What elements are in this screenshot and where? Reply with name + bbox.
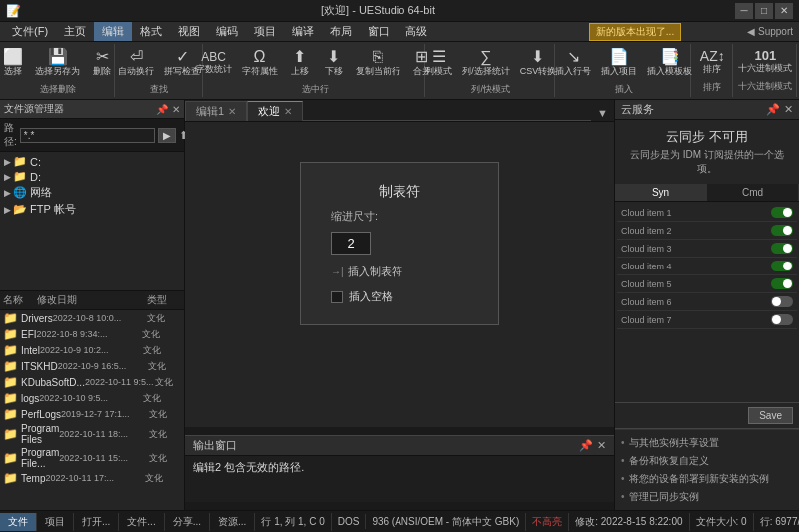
- cloud-list-item: Cloud item 1: [617, 204, 797, 222]
- output-pin-icon[interactable]: 📌: [579, 439, 593, 452]
- file-path-go-button[interactable]: ▶: [158, 128, 176, 143]
- cloud-action-item[interactable]: •将您的设备部署到新安装的实例: [621, 470, 793, 488]
- moveup-button[interactable]: ⬆ 上移: [284, 46, 316, 81]
- copyline-button[interactable]: ⎘ 复制当前行: [352, 46, 404, 81]
- cloud-tab-cmd[interactable]: Cmd: [707, 184, 799, 201]
- menu-view[interactable]: 视图: [170, 22, 208, 41]
- editor-scrollbar[interactable]: [185, 427, 614, 435]
- support-link[interactable]: ◀ Support: [741, 24, 799, 39]
- tab-welcome-close[interactable]: ✕: [284, 106, 292, 117]
- cloud-toggle-1[interactable]: [771, 225, 793, 236]
- statusbar-tab-resource[interactable]: 资源...: [210, 513, 255, 531]
- statusbar-tab-file[interactable]: 文件: [0, 513, 37, 531]
- cloud-sync-desc: 云同步是为 IDM 订阅提供的一个选项。: [615, 148, 799, 184]
- cloud-toggle-3[interactable]: [771, 261, 793, 271]
- update-notice[interactable]: 新的版本出现了...: [589, 23, 681, 41]
- charattr-button[interactable]: Ω 字符属性: [238, 46, 282, 81]
- file-name: Program Files: [21, 423, 59, 445]
- tab-editor1[interactable]: 编辑1 ✕: [185, 101, 247, 121]
- cloud-save-button[interactable]: Save: [748, 407, 793, 424]
- cloud-tab-syn[interactable]: Syn: [615, 184, 707, 201]
- file-list-item[interactable]: 📁 ITSKHD 2022-10-9 16:5... 文化: [0, 358, 184, 374]
- file-list-item[interactable]: 📁 EFI 2022-10-8 9:34:... 文化: [0, 326, 184, 342]
- file-list-item[interactable]: 📁 Drivers 2022-10-8 10:0... 文化: [0, 310, 184, 326]
- insert-space-checkbox[interactable]: [331, 291, 343, 303]
- file-list-item[interactable]: 📁 Intel 2022-10-9 10:2... 文化: [0, 342, 184, 358]
- menu-format[interactable]: 格式: [132, 22, 170, 41]
- tree-item-network[interactable]: ▶ 🌐 网络: [2, 184, 182, 201]
- cloud-close-icon[interactable]: ✕: [784, 103, 793, 116]
- tab-editor1-close[interactable]: ✕: [228, 106, 236, 117]
- statusbar-tab-open[interactable]: 打开...: [74, 513, 119, 531]
- menu-window[interactable]: 窗口: [360, 22, 398, 41]
- cloud-toggle-0[interactable]: [771, 207, 793, 218]
- cloud-panel-header: 云服务 📌 ✕: [615, 100, 799, 120]
- minimize-button[interactable]: ─: [735, 3, 753, 19]
- select-icon: ⬜: [3, 49, 23, 65]
- center-area: 编辑1 ✕ 欢迎 ✕ ▼ 制表符 缩进尺寸: →| 插入制表符: [185, 100, 614, 510]
- insertlinenum-button[interactable]: ↘ 插入行号: [551, 46, 595, 81]
- status-filesize: 文件大小: 0: [690, 513, 754, 531]
- menu-layout[interactable]: 布局: [322, 22, 360, 41]
- movedown-button[interactable]: ⬇ 下移: [318, 46, 350, 81]
- file-path-input[interactable]: [20, 128, 155, 143]
- file-list-item[interactable]: 📁 Temp 2022-10-11 17:... 文化: [0, 470, 184, 486]
- statusbar-tab-share[interactable]: 分享...: [165, 513, 210, 531]
- file-list-item[interactable]: 📁 PerfLogs 2019-12-7 17:1... 文化: [0, 406, 184, 422]
- cloud-toggle-5[interactable]: [771, 296, 793, 307]
- pin-icon[interactable]: 📌: [156, 104, 168, 115]
- status-right: 行: 6977/170 (比特/行) 色彩列表 XML 窗口 模板列表 云服务: [754, 513, 799, 531]
- file-list-item[interactable]: 📁 logs 2022-10-10 9:5... 文化: [0, 390, 184, 406]
- tree-item-c[interactable]: ▶ 📁 C:: [2, 154, 182, 169]
- menu-compile[interactable]: 编译: [284, 22, 322, 41]
- statusbar-tab-files[interactable]: 文件...: [119, 513, 164, 531]
- output-close-icon[interactable]: ✕: [597, 439, 606, 452]
- tab-dropdown-button[interactable]: ▼: [591, 105, 614, 121]
- toggle-knob: [783, 262, 792, 270]
- menu-encode[interactable]: 编码: [208, 22, 246, 41]
- abc-button[interactable]: ABC 字数统计: [192, 48, 236, 79]
- output-title: 输出窗口: [193, 438, 237, 453]
- inserttemplate-button[interactable]: 📑 插入模板板: [643, 46, 696, 81]
- file-list-item[interactable]: 📁 Program Files 2022-10-11 18:... 文化: [0, 422, 184, 446]
- file-type: 文化: [149, 408, 181, 421]
- insert-tab-button[interactable]: →| 插入制表符: [331, 263, 468, 281]
- menu-edit[interactable]: 编辑: [94, 22, 132, 41]
- menu-file[interactable]: 文件(F): [4, 22, 56, 41]
- tab-welcome[interactable]: 欢迎 ✕: [247, 101, 303, 121]
- colstat-button[interactable]: ∑ 列/选择统计: [458, 46, 514, 81]
- cloud-toggle-2[interactable]: [771, 243, 793, 254]
- close-button[interactable]: ✕: [775, 3, 793, 19]
- colmode-button[interactable]: ☰ 列模式: [421, 46, 456, 81]
- select-button[interactable]: ⬜ 选择: [0, 46, 29, 81]
- explorer-close-icon[interactable]: ✕: [172, 104, 180, 115]
- file-date: 2022-10-11 18:...: [59, 429, 148, 439]
- select-save-button[interactable]: 💾 选择另存为: [31, 46, 84, 81]
- menu-home[interactable]: 主页: [56, 22, 94, 41]
- output-scrollbar[interactable]: [185, 502, 614, 510]
- bullet-icon: •: [621, 491, 625, 502]
- cloud-pin-icon[interactable]: 📌: [766, 103, 780, 116]
- status-lines: 行: 6977/170: [754, 513, 799, 531]
- cloud-action-item[interactable]: •备份和恢复自定义: [621, 452, 793, 470]
- hexmode-button[interactable]: 101 十六进制模式: [734, 46, 796, 78]
- autowrap-button[interactable]: ⏎ 自动换行: [114, 46, 158, 81]
- maximize-button[interactable]: □: [755, 3, 773, 19]
- cloud-toggle-6[interactable]: [771, 314, 793, 325]
- tree-item-ftp[interactable]: ▶ 📂 FTP 帐号: [2, 201, 182, 218]
- spellcheck-icon: ✓: [176, 49, 189, 65]
- sort-button[interactable]: AZ↕ 排序: [696, 46, 729, 79]
- cloud-item-name: Cloud item 2: [621, 226, 771, 236]
- cloud-action-item[interactable]: •与其他实例共享设置: [621, 434, 793, 452]
- indent-value-input[interactable]: [331, 232, 371, 255]
- cloud-action-item[interactable]: •管理已同步实例: [621, 488, 793, 506]
- insertproject-button[interactable]: 📄 插入项目: [597, 46, 641, 81]
- toggle-knob: [772, 315, 781, 324]
- statusbar-tab-project[interactable]: 项目: [37, 513, 74, 531]
- cloud-toggle-4[interactable]: [771, 278, 793, 289]
- menu-project[interactable]: 项目: [246, 22, 284, 41]
- menu-advanced[interactable]: 高级: [398, 22, 435, 41]
- tree-item-d[interactable]: ▶ 📁 D:: [2, 169, 182, 184]
- file-list-item[interactable]: 📁 Program File... 2022-10-11 15:... 文化: [0, 446, 184, 470]
- file-list-item[interactable]: 📁 KDubaSoftD... 2022-10-11 9:5... 文化: [0, 374, 184, 390]
